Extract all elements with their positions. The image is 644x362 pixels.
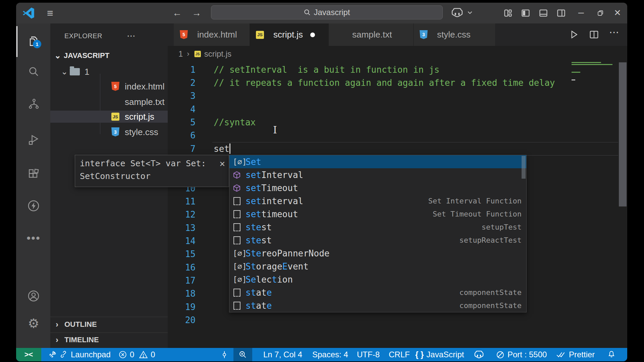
zoom-status-item[interactable] (233, 348, 252, 361)
tab-index-html[interactable]: 5 index.html (174, 23, 250, 46)
forward-button[interactable]: → (192, 8, 201, 18)
live-server-port-item[interactable]: Port : 5500 (496, 348, 547, 361)
chevron-down-icon: ⌄ (61, 67, 70, 76)
notifications-bell-icon[interactable] (607, 348, 616, 361)
suggestion-label: setTimeout (246, 183, 298, 193)
toggle-panel-icon[interactable] (539, 8, 548, 18)
launchpad-status-item[interactable]: Launchpad (48, 348, 111, 361)
line-content: //syntax (214, 116, 256, 129)
code-line-3[interactable]: 3 (168, 89, 619, 103)
eol-item[interactable]: CRLF (389, 348, 410, 361)
run-and-debug-icon[interactable] (28, 134, 40, 146)
suggestion-detail: setupReactTest (460, 236, 522, 244)
code-line-20[interactable]: 20 (168, 314, 619, 327)
suggestion-setinterval[interactable]: setintervalSet Interval Function (229, 194, 526, 207)
css-file-icon: 3 (111, 127, 120, 137)
tab-script-js[interactable]: JS script.js (250, 23, 329, 46)
encoding-item[interactable]: UTF-8 (357, 348, 380, 361)
code-line-1[interactable]: 1// setInterval is a buit in function in… (168, 63, 619, 76)
suggestion-stest[interactable]: stestsetupReactTest (229, 234, 526, 247)
suggestion-settimeout[interactable]: settimeoutSet Timeout Function (229, 207, 526, 221)
tab-sample-txt[interactable]: sample.txt (329, 23, 414, 46)
close-window-button[interactable]: ✕ (614, 8, 621, 18)
code-line-5[interactable]: 5//syntax (168, 116, 619, 129)
customize-layout-icon[interactable] (503, 8, 513, 18)
source-control-icon[interactable] (28, 98, 40, 110)
symbol-snippet-icon (233, 289, 246, 297)
back-button[interactable]: ← (172, 8, 182, 18)
suggestion-setTimeout[interactable]: setTimeout (229, 181, 526, 194)
toggle-secondary-sidebar-icon[interactable] (556, 8, 566, 18)
suggestion-label: Selection (246, 275, 293, 285)
copilot-icon[interactable] (451, 8, 463, 17)
suggestion-state[interactable]: statecomponentState (229, 286, 526, 299)
code-line-6[interactable]: 6 (168, 129, 619, 142)
suggestion-StereoPannerNode[interactable]: [∅]StereoPannerNode (229, 247, 526, 260)
more-views-icon[interactable]: ••• (28, 232, 40, 244)
copilot-chevron-down-icon[interactable] (467, 9, 473, 15)
file-row-sample-txt[interactable]: sample.txt (50, 96, 168, 108)
vscode-logo-icon (23, 7, 35, 19)
search-value: Javascript (314, 8, 350, 17)
suggestion-stest[interactable]: stestsetupTest (229, 221, 526, 234)
breadcrumb-folder[interactable]: 1 (178, 49, 183, 59)
js-file-icon: JS (256, 30, 265, 40)
explorer-more-icon[interactable]: ⋯ (127, 31, 136, 41)
menu-icon[interactable]: ≡ (47, 7, 53, 19)
code-line-4[interactable]: 4 (168, 103, 619, 116)
settings-gear-icon[interactable]: ⚙ (28, 317, 40, 329)
modified-dot-icon[interactable] (310, 33, 315, 37)
suggestion-Set[interactable]: [∅]Set (229, 155, 526, 168)
screencast-pin-icon[interactable] (220, 348, 229, 361)
suggestion-StorageEvent[interactable]: [∅]StorageEvent (229, 260, 526, 273)
outline-section[interactable]: › OUTLINE (50, 318, 168, 330)
file-row-style-css[interactable]: 3 style.css (50, 126, 168, 138)
code-line-2[interactable]: 2// it repeats a function again and agai… (168, 76, 619, 89)
suggestion-Selection[interactable]: [∅]Selection (229, 273, 526, 286)
code-line-7[interactable]: 7set (168, 142, 619, 156)
symbol-class-icon: [∅] (233, 275, 246, 284)
suggest-scrollbar[interactable] (522, 156, 526, 179)
prettier-status-item[interactable]: Prettier (556, 348, 595, 361)
file-row-script-js-selected[interactable]: JS script.js (50, 111, 168, 123)
problems-status-item[interactable]: 0 0 (118, 348, 155, 361)
suggestion-label: stest (246, 235, 272, 245)
workspace-root[interactable]: ⌄ JAVASCRIPT (50, 50, 168, 62)
tab-style-css[interactable]: 3 style.css (414, 23, 496, 46)
file-row-index-html[interactable]: 5 index.html (50, 80, 168, 93)
suggestion-detail: componentState (460, 301, 522, 310)
language-mode-item[interactable]: { } JavaScript (415, 348, 464, 361)
suggestion-label: state (246, 288, 272, 298)
folder-row[interactable]: ⌄ 1 (50, 66, 168, 78)
editor-scrollbar[interactable] (619, 62, 627, 206)
breadcrumb-file[interactable]: script.js (204, 49, 231, 59)
timeline-label: TIMELINE (64, 336, 99, 344)
suggestion-detail: setupTest (482, 223, 522, 231)
symbol-snippet-icon (233, 302, 246, 310)
js-file-icon: JS (111, 112, 120, 121)
command-center-search[interactable]: Javascript (211, 5, 443, 19)
editor-more-actions-icon[interactable]: ⋯ (609, 26, 619, 38)
symbol-snippet-icon (233, 236, 246, 244)
timeline-section[interactable]: › TIMELINE (50, 334, 168, 346)
remote-icon: >< (24, 350, 33, 359)
suggestion-setInterval[interactable]: setInterval (229, 168, 526, 181)
suggestion-state[interactable]: statecomponentState (229, 299, 526, 312)
close-icon[interactable]: ✕ (219, 158, 225, 171)
lightning-circle-icon[interactable] (28, 200, 40, 212)
cursor-position-item[interactable]: Ln 7, Col 4 (263, 348, 302, 361)
account-icon[interactable] (28, 290, 40, 302)
line-number: 19 (168, 301, 196, 314)
explorer-icon[interactable]: 1 (28, 35, 40, 47)
minimize-button[interactable]: – (578, 7, 584, 18)
toggle-sidebar-icon[interactable] (521, 8, 530, 18)
file-label: sample.txt (125, 97, 165, 107)
extensions-icon[interactable] (28, 168, 40, 180)
indentation-item[interactable]: Spaces: 4 (312, 348, 348, 361)
copilot-status-icon[interactable] (474, 348, 484, 361)
restore-button[interactable] (597, 10, 604, 16)
remote-indicator[interactable]: >< (16, 348, 41, 361)
run-file-icon[interactable] (569, 29, 579, 40)
search-view-icon[interactable] (28, 65, 40, 77)
split-editor-icon[interactable] (589, 29, 599, 40)
